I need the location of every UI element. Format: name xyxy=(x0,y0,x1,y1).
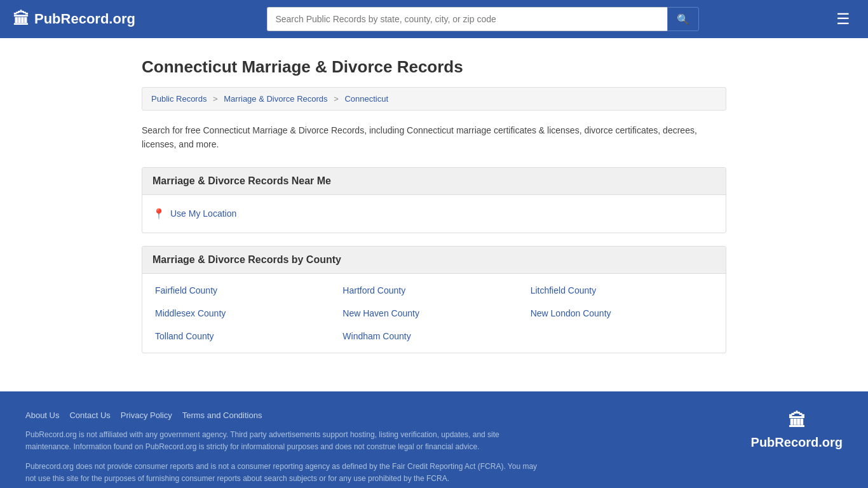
footer-disclaimer-2: Pubrecord.org does not provide consumer … xyxy=(25,461,546,485)
county-link-hartford[interactable]: Hartford County xyxy=(340,279,527,302)
footer-link-privacy[interactable]: Privacy Policy xyxy=(121,410,172,420)
near-me-header: Marriage & Divorce Records Near Me xyxy=(142,168,726,195)
by-county-header: Marriage & Divorce Records by County xyxy=(142,247,726,274)
footer-logo-icon: 🏛 xyxy=(788,410,806,431)
site-footer: About Us Contact Us Privacy Policy Terms… xyxy=(0,391,868,488)
footer-links: About Us Contact Us Privacy Policy Terms… xyxy=(25,410,546,420)
breadcrumb-item-public-records[interactable]: Public Records xyxy=(151,94,207,104)
page-description: Search for free Connecticut Marriage & D… xyxy=(142,123,726,152)
near-me-body: 📍 Use My Location xyxy=(142,195,726,233)
breadcrumb-sep-2: > xyxy=(334,94,339,104)
main-content: Connecticut Marriage & Divorce Records P… xyxy=(129,38,739,391)
search-icon: 🔍 xyxy=(677,13,689,25)
breadcrumb-sep-1: > xyxy=(213,94,218,104)
county-grid: Fairfield County Hartford County Litchfi… xyxy=(142,274,726,353)
footer-disclaimer-1: PubRecord.org is not affiliated with any… xyxy=(25,429,546,453)
search-button[interactable]: 🔍 xyxy=(667,7,699,31)
logo-icon: 🏛 xyxy=(13,10,29,29)
location-icon: 📍 xyxy=(153,208,165,220)
logo-link[interactable]: 🏛 PubRecord.org xyxy=(13,10,135,29)
by-county-section: Marriage & Divorce Records by County Fai… xyxy=(142,246,726,353)
breadcrumb-item-marriage-divorce[interactable]: Marriage & Divorce Records xyxy=(224,94,327,104)
footer-link-contact[interactable]: Contact Us xyxy=(69,410,110,420)
near-me-section: Marriage & Divorce Records Near Me 📍 Use… xyxy=(142,167,726,233)
county-link-windham[interactable]: Windham County xyxy=(340,325,527,348)
search-input[interactable] xyxy=(267,7,667,31)
county-link-new-haven[interactable]: New Haven County xyxy=(340,302,527,325)
county-link-tolland[interactable]: Tolland County xyxy=(153,325,340,348)
breadcrumb: Public Records > Marriage & Divorce Reco… xyxy=(142,87,726,111)
footer-link-terms[interactable]: Terms and Conditions xyxy=(182,410,262,420)
use-location-label: Use My Location xyxy=(170,208,236,219)
page-title: Connecticut Marriage & Divorce Records xyxy=(142,57,726,77)
logo-text: PubRecord.org xyxy=(34,11,135,27)
footer-left: About Us Contact Us Privacy Policy Terms… xyxy=(25,410,546,488)
county-link-new-london[interactable]: New London County xyxy=(528,302,715,325)
hamburger-icon: ☰ xyxy=(836,10,850,27)
footer-logo-area: 🏛 PubRecord.org xyxy=(751,410,843,450)
county-link-fairfield[interactable]: Fairfield County xyxy=(153,279,340,302)
footer-logo-text: PubRecord.org xyxy=(751,435,843,450)
county-link-litchfield[interactable]: Litchfield County xyxy=(528,279,715,302)
breadcrumb-item-connecticut[interactable]: Connecticut xyxy=(344,94,388,104)
hamburger-button[interactable]: ☰ xyxy=(831,8,855,30)
county-link-middlesex[interactable]: Middlesex County xyxy=(153,302,340,325)
search-area: 🔍 xyxy=(267,7,699,31)
site-header: 🏛 PubRecord.org 🔍 ☰ xyxy=(0,0,868,38)
use-location-button[interactable]: 📍 Use My Location xyxy=(153,205,236,222)
footer-link-about[interactable]: About Us xyxy=(25,410,59,420)
